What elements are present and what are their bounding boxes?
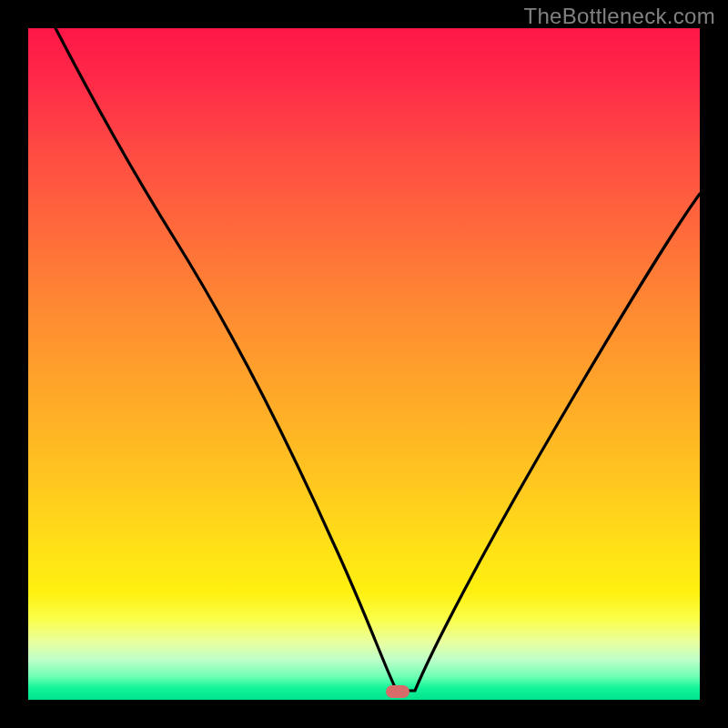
bottleneck-curve <box>28 28 700 700</box>
optimum-marker <box>386 685 410 698</box>
plot-area <box>28 28 700 700</box>
watermark-text: TheBottleneck.com <box>523 4 715 29</box>
chart-frame: TheBottleneck.com <box>0 0 728 728</box>
bottleneck-curve-path <box>56 28 700 691</box>
